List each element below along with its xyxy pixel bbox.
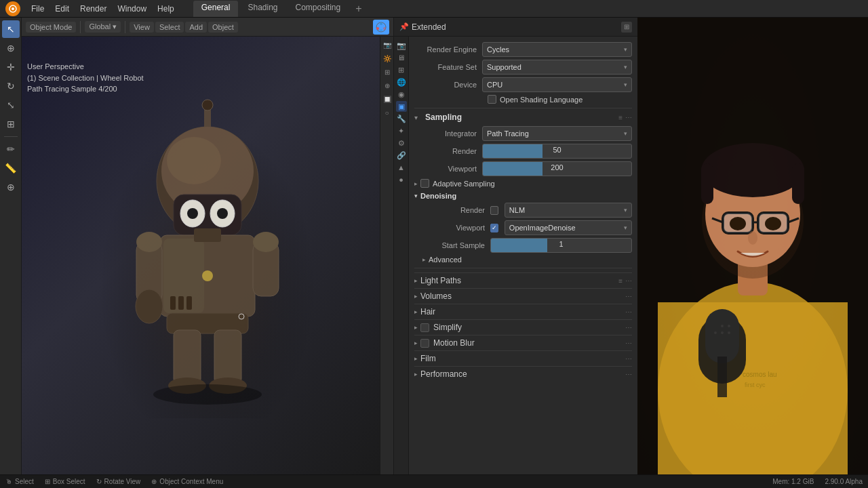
- prop-icon-data[interactable]: ▲: [396, 162, 407, 173]
- props-pin-icon[interactable]: 📌: [399, 22, 409, 31]
- performance-section[interactable]: ▸ Performance ⋯: [414, 366, 632, 382]
- svg-point-16: [187, 208, 198, 219]
- prop-icon-modifier[interactable]: 🔧: [396, 113, 407, 124]
- props-maximize[interactable]: ⊞: [621, 22, 632, 33]
- status-right: Mem: 1.2 GiB 2.90.0 Alpha: [772, 478, 863, 485]
- start-sample-label: Start Sample: [422, 241, 490, 249]
- svg-point-9: [202, 100, 213, 110]
- status-select-label: Select: [15, 478, 34, 485]
- viewport-right-icons: 📷 🔆 ⊞ ⊕ 🔲 ○: [380, 37, 393, 474]
- simplify-dots-icon: ⋯: [625, 324, 632, 331]
- device-dropdown[interactable]: CPU ▾: [482, 77, 632, 92]
- props-content[interactable]: Render Engine Cycles ▾ Feature Set: [409, 37, 637, 474]
- tab-general[interactable]: General: [193, 1, 239, 17]
- viewport-icon-gizmo[interactable]: ⊕: [382, 80, 393, 91]
- vp-sep1: [80, 21, 81, 33]
- prop-icon-constraints[interactable]: 🔗: [396, 150, 407, 161]
- motion-blur-checkbox[interactable]: [420, 339, 429, 348]
- viewport-icon-overlay[interactable]: ⊞: [382, 66, 393, 77]
- viewport-global[interactable]: Global ▾: [85, 21, 121, 33]
- tool-move[interactable]: ✛: [2, 58, 20, 76]
- denoising-header[interactable]: ▾ Denoising: [414, 192, 632, 200]
- tool-select[interactable]: ↖: [2, 20, 20, 38]
- denoise-render-checkbox[interactable]: [490, 206, 498, 215]
- menu-edit[interactable]: Edit: [50, 3, 75, 15]
- motion-blur-section[interactable]: ▸ Motion Blur ⋯: [414, 335, 632, 350]
- prop-icon-physics[interactable]: ⚙: [396, 138, 407, 148]
- svg-rect-31: [174, 330, 201, 384]
- menu-help[interactable]: Help: [152, 3, 180, 15]
- film-section[interactable]: ▸ Film ⋯: [414, 350, 632, 366]
- prop-icon-material[interactable]: ●: [396, 174, 407, 185]
- hair-section[interactable]: ▸ Hair ⋯: [414, 304, 632, 319]
- viewport-view[interactable]: View: [130, 22, 154, 33]
- viewport-icon-proportional[interactable]: ○: [382, 107, 393, 118]
- tool-cursor[interactable]: ⊕: [2, 39, 20, 57]
- viewport-icon-camera[interactable]: 📷: [382, 39, 393, 50]
- prop-icon-object[interactable]: ▣: [396, 101, 407, 112]
- volumes-section[interactable]: ▸ Volumes ⋯: [414, 288, 632, 304]
- hair-dots-icon: ⋯: [625, 308, 632, 316]
- simplify-section[interactable]: ▸ Simplify ⋯: [414, 319, 632, 335]
- feature-set-dropdown[interactable]: Supported ▾: [482, 60, 632, 75]
- prop-icon-render[interactable]: 📷: [396, 40, 407, 51]
- viewport-icon-render[interactable]: 🔆: [382, 53, 393, 64]
- viewport-add[interactable]: Add: [185, 22, 207, 33]
- svg-rect-29: [186, 296, 192, 310]
- svg-point-53: [730, 217, 746, 230]
- adaptive-sampling-checkbox[interactable]: [420, 179, 429, 188]
- viewport-select[interactable]: Select: [155, 22, 184, 33]
- tool-rotate[interactable]: ↻: [2, 77, 20, 95]
- viewport-3d[interactable]: User Perspective (1) Scene Collection | …: [22, 37, 393, 474]
- viewport-area[interactable]: Object Mode Global ▾ View Select Add Obj…: [22, 18, 393, 474]
- integrator-row: Integrator Path Tracing ▾: [414, 126, 632, 141]
- render-samples-row: Render 50: [414, 144, 632, 159]
- menu-window[interactable]: Window: [112, 3, 152, 15]
- tool-measure[interactable]: 📏: [2, 159, 20, 177]
- render-engine-dropdown[interactable]: Cycles ▾: [482, 42, 632, 57]
- viewport-mode-dropdown[interactable]: Object Mode: [26, 22, 76, 33]
- prop-icon-view[interactable]: ⊞: [396, 64, 407, 75]
- tool-scale[interactable]: ⤡: [2, 96, 20, 114]
- integrator-dropdown[interactable]: Path Tracing ▾: [482, 126, 632, 141]
- render-samples-input[interactable]: 50: [482, 144, 632, 159]
- tab-shading[interactable]: Shading: [239, 1, 285, 17]
- performance-dots-icon: ⋯: [625, 371, 632, 378]
- tab-compositing[interactable]: Compositing: [288, 1, 349, 17]
- denoise-viewport-checkbox[interactable]: ✓: [490, 224, 498, 232]
- viewport-samples-input[interactable]: 200: [482, 161, 632, 176]
- status-box-select-label: Box Select: [53, 478, 85, 485]
- start-sample-input[interactable]: 1: [490, 238, 632, 253]
- viewport-icon-snap[interactable]: 🔲: [382, 94, 393, 104]
- prop-icon-output[interactable]: 🖥: [396, 52, 407, 63]
- tool-annotate[interactable]: ✏: [2, 140, 20, 158]
- denoise-viewport-label: Viewport: [422, 224, 490, 232]
- adaptive-sampling-header[interactable]: ▸ Adaptive Sampling: [414, 179, 632, 188]
- tab-add[interactable]: +: [350, 1, 367, 17]
- denoise-viewport-dropdown[interactable]: OpenImageDenoise ▾: [505, 220, 632, 235]
- denoise-render-row: Render NLM ▾: [422, 203, 632, 218]
- viewport-xyz-gizmo[interactable]: [373, 20, 389, 35]
- svg-rect-63: [717, 357, 727, 397]
- prop-icon-world[interactable]: ◉: [396, 89, 407, 100]
- prop-icon-scene[interactable]: 🌐: [396, 77, 407, 87]
- svg-rect-28: [178, 296, 184, 310]
- light-paths-section[interactable]: ▸ Light Paths ≡ ⋯: [414, 272, 632, 288]
- viewport-object[interactable]: Object: [208, 22, 238, 33]
- osl-checkbox[interactable]: [488, 95, 496, 104]
- status-bar: 🖱 Select ⊞ Box Select ↻ Rotate View ⊕ Ob…: [0, 474, 868, 488]
- props-icon-bar: 📷 🖥 ⊞ 🌐 ◉ ▣ 🔧 ✦ ⚙ 🔗 ▲ ●: [394, 37, 409, 474]
- tool-transform[interactable]: ⊞: [2, 115, 20, 133]
- simplify-checkbox[interactable]: [420, 323, 429, 332]
- menu-render[interactable]: Render: [75, 3, 112, 15]
- sampling-section-header[interactable]: ▾ Sampling ≡ ⋯: [414, 113, 632, 122]
- advanced-header[interactable]: ▸ Advanced: [422, 256, 632, 264]
- prop-icon-particles[interactable]: ✦: [396, 125, 407, 136]
- denoising-arrow: ▾: [414, 192, 418, 199]
- integrator-arrow: ▾: [624, 130, 627, 137]
- volumes-arrow: ▸: [414, 293, 418, 300]
- menu-file[interactable]: File: [26, 3, 50, 15]
- tool-add[interactable]: ⊕: [2, 178, 20, 196]
- sampling-dots-icon: ⋯: [625, 114, 632, 121]
- denoise-render-dropdown[interactable]: NLM ▾: [505, 203, 632, 218]
